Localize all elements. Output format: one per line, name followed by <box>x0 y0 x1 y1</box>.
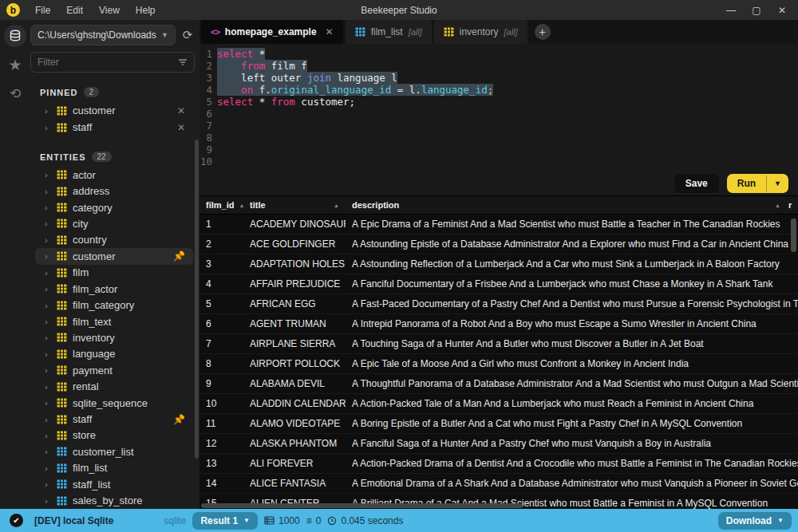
cell-description[interactable]: A Action-Packed Drama of a Dentist And a… <box>346 458 798 469</box>
sidebar-item-category[interactable]: ›category <box>35 199 193 215</box>
cell-title[interactable]: ACADEMY DINOSAUR <box>243 219 346 230</box>
sidebar-item-sqlite_sequence[interactable]: ›sqlite_sequence <box>35 395 193 411</box>
cell-title[interactable]: AFFAIR PREJUDICE <box>243 278 346 290</box>
chevron-right-icon[interactable]: › <box>45 170 51 179</box>
sql-editor[interactable]: 1select *2 from film f3 left outer join … <box>200 44 798 171</box>
cell-film-id[interactable]: 1 <box>200 219 243 230</box>
chevron-right-icon[interactable]: › <box>45 106 51 116</box>
tab-close-icon[interactable]: ✕ <box>326 26 334 37</box>
table-row[interactable]: 7AIRPLANE SIERRAA Touching Saga of a Hun… <box>200 334 798 354</box>
connection-name[interactable]: [DEV] local Sqlite <box>34 515 113 526</box>
chevron-right-icon[interactable]: › <box>45 251 51 261</box>
maximize-icon[interactable]: ▢ <box>745 2 768 18</box>
cell-film-id[interactable]: 5 <box>200 298 243 309</box>
chevron-right-icon[interactable]: › <box>45 284 51 294</box>
sidebar-item-staff_list[interactable]: ›staff_list <box>35 476 193 492</box>
cell-film-id[interactable]: 3 <box>200 258 243 270</box>
cell-film-id[interactable]: 14 <box>200 478 243 489</box>
chevron-right-icon[interactable]: › <box>45 235 51 245</box>
cell-description[interactable]: A Epic Drama of a Feminist And a Mad Sci… <box>346 219 798 230</box>
sidebar-item-film[interactable]: ›film <box>35 265 193 281</box>
chevron-right-icon[interactable]: › <box>45 431 51 440</box>
cell-description[interactable]: A Astounding Epistle of a Database Admin… <box>346 238 798 250</box>
sidebar-item-city[interactable]: ›city <box>35 215 193 231</box>
chevron-right-icon[interactable]: › <box>45 382 51 392</box>
chevron-right-icon[interactable]: › <box>45 447 51 456</box>
cell-title[interactable]: ALI FOREVER <box>243 458 346 469</box>
cell-film-id[interactable]: 11 <box>200 418 243 429</box>
table-row[interactable]: 2ACE GOLDFINGERA Astounding Epistle of a… <box>200 234 798 254</box>
cell-description[interactable]: A Emotional Drama of a A Shark And a Dat… <box>346 478 798 489</box>
tab-homepage_example[interactable]: <>homepage_example✕ <box>201 20 343 44</box>
sort-asc-icon[interactable]: ▲ <box>770 203 780 208</box>
sidebar-item-sales_by_store[interactable]: ›sales_by_store <box>35 492 193 508</box>
cell-title[interactable]: ALADDIN CALENDAR <box>243 398 346 409</box>
save-button[interactable]: Save <box>674 174 719 193</box>
cell-film-id[interactable]: 12 <box>200 438 243 449</box>
sidebar-item-language[interactable]: ›language <box>35 346 193 362</box>
cell-film-id[interactable]: 13 <box>200 458 243 469</box>
cell-title[interactable]: ALICE FANTASIA <box>243 478 346 489</box>
sidebar-item-customer[interactable]: ›customer📌 <box>35 248 193 264</box>
cell-description[interactable]: A Fanciful Saga of a Hunter And a Pastry… <box>346 438 798 449</box>
new-tab-button[interactable]: + <box>535 24 551 40</box>
cell-title[interactable]: AFRICAN EGG <box>243 298 346 309</box>
cell-description[interactable]: A Fast-Paced Documentary of a Pastry Che… <box>346 298 798 309</box>
table-row[interactable]: 4AFFAIR PREJUDICEA Fanciful Documentary … <box>200 274 798 294</box>
entities-section-header[interactable]: ENTITIES 22 <box>30 147 195 167</box>
cell-title[interactable]: ACE GOLDFINGER <box>243 238 346 250</box>
table-row[interactable]: 9ALABAMA DEVILA Thoughtful Panorama of a… <box>200 374 798 394</box>
chevron-right-icon[interactable]: › <box>45 187 51 196</box>
table-row[interactable]: 11ALAMO VIDEOTAPEA Boring Epistle of a B… <box>200 414 798 434</box>
table-row[interactable]: 3ADAPTATION HOLESA Astounding Reflection… <box>200 254 798 274</box>
close-icon[interactable]: ✕ <box>771 2 793 18</box>
download-button[interactable]: Download ▼ <box>718 512 792 530</box>
editor-line-8[interactable]: 8 <box>200 132 798 144</box>
editor-line-2[interactable]: 2 from film f <box>200 60 798 72</box>
connection-select[interactable]: C:\Users\ghstng\Downloads ▼ <box>30 25 176 45</box>
chevron-right-icon[interactable]: › <box>45 219 51 228</box>
chevron-right-icon[interactable]: › <box>45 479 51 489</box>
sidebar-item-film_list[interactable]: ›film_list <box>35 460 193 476</box>
cell-description[interactable]: A Boring Epistle of a Butler And a Cat w… <box>346 418 798 429</box>
cell-film-id[interactable]: 2 <box>200 238 243 250</box>
cell-title[interactable]: ALAMO VIDEOTAPE <box>243 418 346 429</box>
cell-film-id[interactable]: 6 <box>200 318 243 329</box>
pin-icon[interactable]: 📌 <box>173 414 193 425</box>
chevron-right-icon[interactable]: › <box>45 268 51 278</box>
tab-film_list[interactable]: film_list[all] <box>346 20 432 44</box>
results-horizontal-scrollbar[interactable] <box>201 503 523 508</box>
cell-description[interactable]: A Epic Tale of a Moose And a Girl who mu… <box>346 358 798 369</box>
column-header-title[interactable]: title ▲ <box>243 196 346 214</box>
cell-title[interactable]: ALASKA PHANTOM <box>243 438 346 449</box>
cell-title[interactable]: ADAPTATION HOLES <box>243 258 346 270</box>
table-row[interactable]: 12ALASKA PHANTOMA Fanciful Saga of a Hun… <box>200 434 798 454</box>
table-row[interactable]: 1ACADEMY DINOSAURA Epic Drama of a Femin… <box>200 215 798 234</box>
sort-asc-icon[interactable]: ▲ <box>329 203 339 208</box>
database-tab-icon[interactable] <box>4 25 26 47</box>
chevron-right-icon[interactable]: › <box>45 496 51 506</box>
sidebar-item-store[interactable]: ›store <box>35 428 193 443</box>
tab-inventory[interactable]: inventory[all] <box>434 20 527 44</box>
chevron-right-icon[interactable]: › <box>45 349 51 359</box>
unpin-close-icon[interactable]: ✕ <box>177 105 193 116</box>
table-row[interactable]: 6AGENT TRUMANA Intrepid Panorama of a Ro… <box>200 314 798 334</box>
sidebar-item-payment[interactable]: ›payment <box>35 362 193 378</box>
history-icon[interactable]: ⟲ <box>4 82 26 104</box>
table-row[interactable]: 10ALADDIN CALENDARA Action-Packed Tale o… <box>200 394 798 414</box>
result-selector[interactable]: Result 1 ▼ <box>192 512 258 530</box>
menu-edit[interactable]: Edit <box>59 2 90 19</box>
sidebar-item-staff[interactable]: ›staff📌 <box>35 411 193 427</box>
cell-film-id[interactable]: 7 <box>200 338 243 349</box>
sidebar-item-country[interactable]: ›country <box>35 232 193 248</box>
sidebar-item-staff[interactable]: ›staff✕ <box>35 119 193 136</box>
cell-description[interactable]: A Touching Saga of a Hunter And a Butler… <box>346 338 798 349</box>
sidebar-item-address[interactable]: ›address <box>35 183 193 199</box>
chevron-right-icon[interactable]: › <box>45 333 51 342</box>
chevron-right-icon[interactable]: › <box>45 123 51 132</box>
menu-file[interactable]: File <box>28 2 57 19</box>
chevron-right-icon[interactable]: › <box>45 415 51 424</box>
chevron-right-icon[interactable]: › <box>45 203 51 212</box>
chevron-right-icon[interactable]: › <box>45 398 51 408</box>
filter-input[interactable] <box>38 57 178 68</box>
